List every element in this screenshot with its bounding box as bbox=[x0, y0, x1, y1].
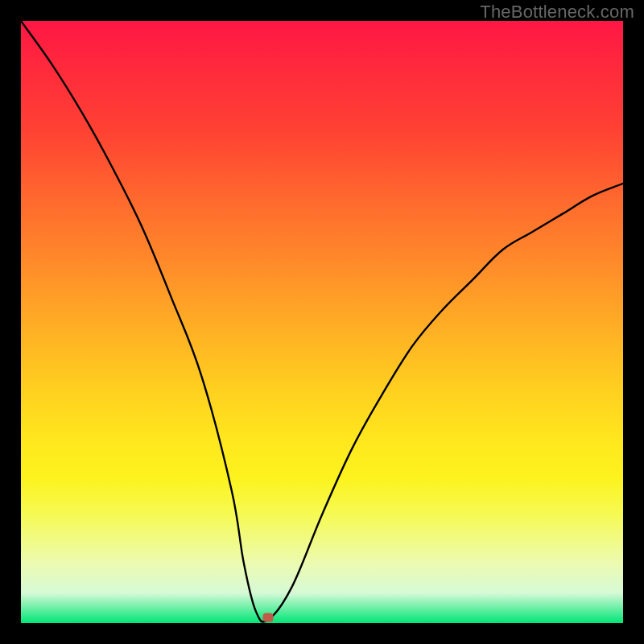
chart-plot-area bbox=[21, 21, 623, 623]
optimum-marker bbox=[262, 613, 273, 621]
bottleneck-curve bbox=[21, 21, 623, 623]
watermark-text: TheBottleneck.com bbox=[480, 2, 634, 23]
